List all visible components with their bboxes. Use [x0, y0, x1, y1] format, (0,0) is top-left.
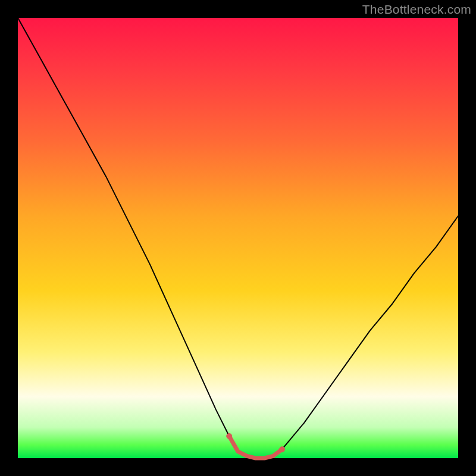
bottleneck-curve	[18, 18, 458, 458]
chart-frame: TheBottleneck.com	[0, 0, 476, 476]
curve-group	[18, 18, 458, 458]
flat-end-dot	[280, 447, 285, 452]
chart-svg	[18, 18, 458, 458]
plot-area	[18, 18, 458, 458]
flat-start-dot	[227, 434, 232, 439]
flat-segment	[229, 436, 282, 458]
watermark-text: TheBottleneck.com	[362, 2, 471, 17]
